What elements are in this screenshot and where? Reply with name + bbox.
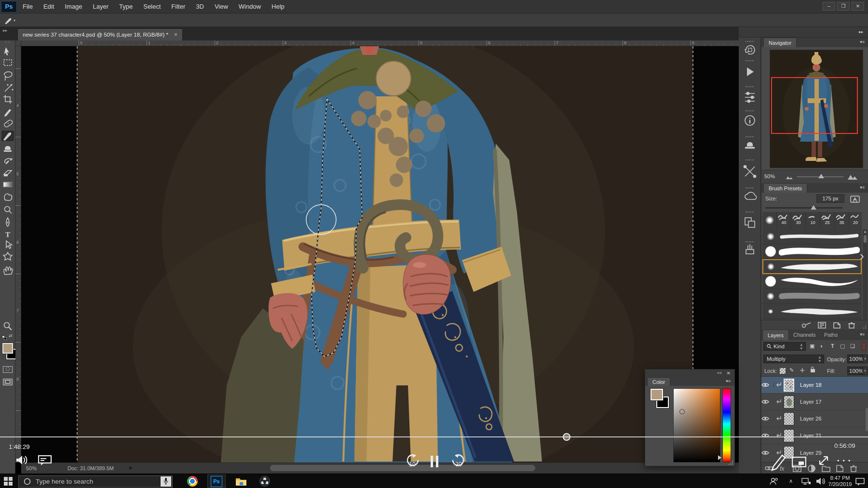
saturation-brightness-field[interactable] xyxy=(674,389,720,462)
ruler-corner[interactable] xyxy=(15,40,21,46)
navigator-view-frame[interactable] xyxy=(771,77,858,134)
vertical-ruler[interactable]: 4 5 6 7 8 9 xyxy=(15,46,21,462)
tab-navigator[interactable]: Navigator xyxy=(763,38,797,47)
skip-forward-button[interactable]: 30 xyxy=(450,453,467,470)
menu-help[interactable]: Help xyxy=(266,0,290,13)
layer-opacity-arrow[interactable]: ▾ xyxy=(863,355,868,363)
clone-stamp-tool[interactable] xyxy=(4,146,12,152)
mini-player-icon[interactable] xyxy=(792,457,806,467)
tab-color[interactable]: Color xyxy=(647,377,670,386)
delete-brush-icon[interactable] xyxy=(848,323,855,328)
brush-grid-item[interactable]: 35 xyxy=(835,212,849,229)
healing-brush-tool[interactable] xyxy=(3,119,13,128)
layer-filter-dropdown[interactable]: Kind▴▾ xyxy=(763,342,806,351)
start-button[interactable] xyxy=(4,477,13,486)
filter-image-icon[interactable]: ▣ xyxy=(810,343,814,349)
menu-3d[interactable]: 3D xyxy=(190,0,209,13)
horizontal-scrollbar[interactable] xyxy=(270,465,535,471)
path-selection-tool[interactable] xyxy=(6,241,12,249)
mute-speaker-icon[interactable] xyxy=(15,455,28,465)
quick-mask-button[interactable] xyxy=(3,366,13,373)
fill-arrow[interactable]: ▾ xyxy=(863,367,868,375)
hue-slider-thumb[interactable] xyxy=(718,455,721,460)
lock-transparency-icon[interactable] xyxy=(780,368,786,374)
default-colors-icon[interactable] xyxy=(2,335,7,340)
lock-all-icon[interactable] xyxy=(811,369,815,372)
swap-colors-icon[interactable]: ⇄ xyxy=(9,333,13,338)
open-brush-panel-icon[interactable] xyxy=(818,322,826,328)
brush-stroke-preview-toggle-icon[interactable] xyxy=(802,323,811,328)
taskbar-chrome-icon[interactable] xyxy=(187,476,198,487)
eraser-tool[interactable] xyxy=(4,171,12,176)
navigator-zoom-value[interactable]: 50% xyxy=(764,173,775,179)
history-brush-tool[interactable] xyxy=(5,158,12,164)
layer-thumbnail[interactable] xyxy=(784,379,794,392)
color-foreground-swatch[interactable] xyxy=(651,389,663,400)
tray-chevron-icon[interactable]: ∧ xyxy=(789,478,793,484)
menu-layer[interactable]: Layer xyxy=(88,0,114,13)
move-tool[interactable] xyxy=(4,47,10,55)
video-progress-bar[interactable] xyxy=(0,436,868,437)
smudge-tool[interactable] xyxy=(4,194,12,200)
brush-stroke-row[interactable] xyxy=(762,244,862,259)
brush-stroke-row[interactable] xyxy=(762,289,862,304)
skip-back-button[interactable]: 10 xyxy=(404,453,420,470)
mic-icon[interactable] xyxy=(161,476,171,487)
zoom-in-mountains-icon[interactable] xyxy=(847,173,858,180)
adjustments-panel-icon[interactable] xyxy=(745,92,755,103)
brush-list-scrollbar[interactable]: ▲ xyxy=(863,229,868,320)
tray-people-icon[interactable] xyxy=(770,477,778,486)
creative-cloud-panel-icon[interactable] xyxy=(745,192,757,199)
brush-tool[interactable] xyxy=(1,130,14,142)
tray-network-icon[interactable] xyxy=(801,477,811,486)
status-flyout-icon[interactable]: ▶ xyxy=(129,465,133,470)
horizontal-ruler[interactable]: 0 1 2 3 4 5 6 7 8 9 xyxy=(21,40,739,46)
annotate-pencil-icon[interactable] xyxy=(770,452,787,471)
navigator-zoom-slider-thumb[interactable] xyxy=(818,174,824,178)
lasso-tool[interactable] xyxy=(4,72,12,80)
layer-thumbnail[interactable] xyxy=(784,412,794,425)
brush-grid-item[interactable]: 25 xyxy=(820,212,835,229)
brush-grid-item[interactable]: 40 xyxy=(777,212,791,229)
lock-pixels-icon[interactable]: ✎ xyxy=(789,367,794,373)
zoom-tool[interactable] xyxy=(2,321,13,331)
panel-resize-grip[interactable] xyxy=(863,326,866,329)
type-tool[interactable]: T xyxy=(5,231,10,238)
restore-button[interactable]: ❐ xyxy=(837,2,850,11)
panel-resize-grip[interactable] xyxy=(729,460,733,465)
minimize-button[interactable]: – xyxy=(823,2,835,11)
layer-thumbnail[interactable] xyxy=(784,429,794,442)
tools-grip[interactable]: ⠿⠿ xyxy=(0,40,15,44)
brush-panel-icon[interactable] xyxy=(746,244,754,254)
brush-size-slider[interactable] xyxy=(765,207,842,209)
zoom-level[interactable]: 50% xyxy=(26,465,37,471)
layer-row-selected[interactable]: Layer 18 xyxy=(761,377,868,394)
visibility-eye-icon[interactable] xyxy=(761,416,769,421)
video-playhead[interactable] xyxy=(563,433,570,441)
foreground-color-swatch[interactable] xyxy=(2,343,13,354)
pause-button[interactable] xyxy=(431,456,438,467)
more-options-icon[interactable]: • • • xyxy=(837,458,851,464)
layer-row[interactable]: Layer 21 xyxy=(761,427,868,444)
color-picker-marker[interactable] xyxy=(679,409,685,414)
tool-presets-panel-icon[interactable] xyxy=(744,166,756,178)
menu-file[interactable]: File xyxy=(17,0,38,13)
clone-source-panel-icon[interactable] xyxy=(745,142,755,149)
crop-tool[interactable] xyxy=(3,95,12,104)
close-button[interactable]: ✕ xyxy=(852,2,864,11)
brush-stroke-row[interactable] xyxy=(762,274,862,289)
dodge-tool[interactable] xyxy=(5,207,12,214)
taskbar-explorer-icon[interactable] xyxy=(235,477,247,486)
color-menu-icon[interactable]: ▾≡ xyxy=(726,379,731,383)
brush-presets-menu-icon[interactable]: ▾≡ xyxy=(860,185,865,190)
zoom-out-mountains-icon[interactable] xyxy=(786,175,793,180)
new-brush-icon[interactable] xyxy=(834,323,840,328)
captions-icon[interactable] xyxy=(38,455,52,466)
menu-filter[interactable]: Filter xyxy=(166,0,190,13)
history-panel-icon[interactable] xyxy=(745,46,755,54)
filter-toggle[interactable] xyxy=(862,342,866,351)
new-layer-icon[interactable] xyxy=(837,465,843,472)
pen-tool[interactable] xyxy=(6,218,9,226)
layer-row[interactable]: Layer 17 xyxy=(761,394,868,410)
filter-smart-object-icon[interactable]: ❏ xyxy=(850,343,855,349)
